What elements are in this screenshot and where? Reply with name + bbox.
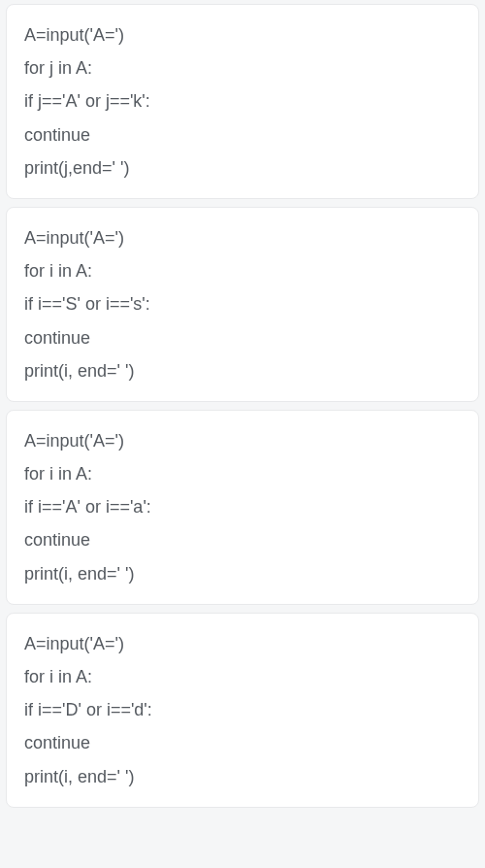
code-block: A=input('A=') for j in A: if j=='A' or j… <box>6 4 479 199</box>
code-line: if i=='A' or i=='a': <box>24 490 461 523</box>
code-line: print(i, end=' ') <box>24 760 461 793</box>
code-line: A=input('A=') <box>24 221 461 254</box>
code-line: for j in A: <box>24 51 461 84</box>
code-line: print(j,end=' ') <box>24 151 461 184</box>
code-block: A=input('A=') for i in A: if i=='S' or i… <box>6 207 479 402</box>
code-line: for i in A: <box>24 254 461 287</box>
code-line: continue <box>24 523 461 556</box>
code-block: A=input('A=') for i in A: if i=='A' or i… <box>6 410 479 605</box>
code-line: if i=='S' or i=='s': <box>24 287 461 320</box>
code-line: A=input('A=') <box>24 18 461 51</box>
code-line: if i=='D' or i=='d': <box>24 693 461 726</box>
code-line: for i in A: <box>24 457 461 490</box>
code-block: A=input('A=') for i in A: if i=='D' or i… <box>6 613 479 808</box>
code-line: continue <box>24 321 461 354</box>
code-line: print(i, end=' ') <box>24 557 461 590</box>
code-line: for i in A: <box>24 660 461 693</box>
code-line: print(i, end=' ') <box>24 354 461 387</box>
code-line: continue <box>24 118 461 151</box>
code-line: continue <box>24 726 461 759</box>
code-line: A=input('A=') <box>24 424 461 457</box>
code-line: A=input('A=') <box>24 627 461 660</box>
code-line: if j=='A' or j=='k': <box>24 84 461 117</box>
